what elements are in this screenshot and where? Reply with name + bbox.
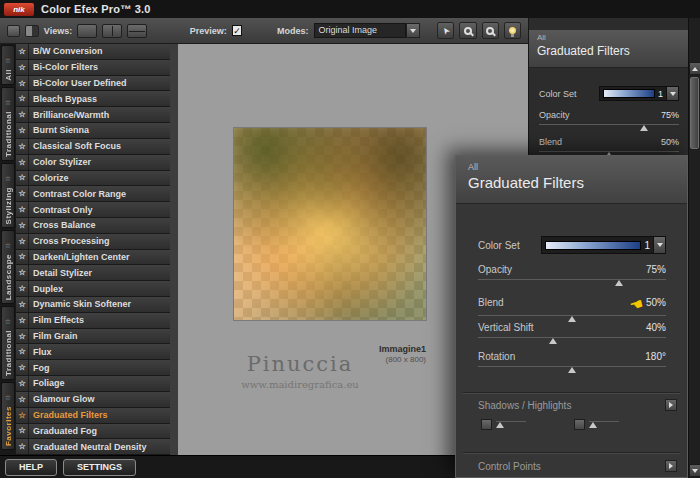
- slider-thumb-icon[interactable]: [589, 422, 597, 428]
- preview-checkbox[interactable]: ✓: [232, 25, 243, 36]
- mini-slider-track[interactable]: [589, 421, 619, 428]
- slider-track[interactable]: [478, 337, 666, 344]
- slider-thumb-icon[interactable]: [549, 338, 557, 344]
- filter-star-icon[interactable]: [16, 91, 29, 106]
- filter-list-item[interactable]: Duplex: [16, 281, 170, 297]
- dropdown-arrow-icon[interactable]: [653, 237, 665, 253]
- slider-track[interactable]: [478, 366, 666, 373]
- category-tab[interactable]: Traditional: [1, 87, 15, 161]
- filter-list-item[interactable]: Graduated Fog: [16, 424, 170, 440]
- filter-list-item[interactable]: B/W Conversion: [16, 44, 170, 60]
- filter-star-icon[interactable]: [16, 218, 29, 233]
- category-tab[interactable]: Favorites: [1, 382, 15, 450]
- filter-list-item[interactable]: Color Stylizer: [16, 155, 170, 171]
- filter-list-item[interactable]: Glamour Glow: [16, 392, 170, 408]
- slider-thumb-icon[interactable]: [568, 367, 576, 373]
- filter-list-item[interactable]: Bleach Bypass: [16, 91, 170, 107]
- color-set-dropdown[interactable]: 1: [541, 236, 666, 254]
- filter-list-item[interactable]: Contrast Only: [16, 202, 170, 218]
- filter-star-icon[interactable]: [16, 139, 29, 154]
- single-thumbnail-icon[interactable]: [7, 25, 20, 37]
- filter-list-item[interactable]: Dynamic Skin Softener: [16, 297, 170, 313]
- filter-list-item[interactable]: Darken/Lighten Center: [16, 250, 170, 266]
- filter-star-icon[interactable]: [16, 360, 29, 375]
- filter-list-item[interactable]: Detail Stylizer: [16, 265, 170, 281]
- mini-button[interactable]: [574, 419, 585, 430]
- filter-list-item[interactable]: Fog: [16, 360, 170, 376]
- filter-list-item[interactable]: Cross Balance: [16, 218, 170, 234]
- filter-list-item[interactable]: Bi-Color Filters: [16, 60, 170, 76]
- slider-thumb-icon[interactable]: [640, 125, 648, 131]
- shadows-slider-widget[interactable]: [481, 419, 526, 430]
- category-tab[interactable]: Traditional: [1, 306, 15, 380]
- zoom-tool-button[interactable]: [459, 22, 476, 39]
- filter-star-icon[interactable]: [16, 408, 29, 423]
- category-tab[interactable]: All: [1, 45, 15, 85]
- filter-star-icon[interactable]: [16, 186, 29, 201]
- filter-list-item[interactable]: Burnt Sienna: [16, 123, 170, 139]
- expand-section-button[interactable]: [665, 460, 677, 472]
- filter-list-item[interactable]: Colorize: [16, 171, 170, 187]
- filter-star-icon[interactable]: [16, 155, 29, 170]
- filter-list-item[interactable]: Bi-Color User Defined: [16, 76, 170, 92]
- dropdown-arrow-icon[interactable]: [406, 23, 420, 38]
- mini-button[interactable]: [481, 419, 492, 430]
- dropdown-arrow-icon[interactable]: [666, 87, 678, 100]
- filter-star-icon[interactable]: [16, 265, 29, 280]
- help-button[interactable]: HELP: [5, 459, 57, 476]
- filter-star-icon[interactable]: [16, 107, 29, 122]
- modes-dropdown[interactable]: Original Image: [314, 23, 420, 38]
- select-tool-button[interactable]: ➤: [437, 22, 454, 39]
- highlights-slider-widget[interactable]: [574, 419, 619, 430]
- slider-track[interactable]: [539, 124, 679, 131]
- slider-thumb-icon[interactable]: [615, 280, 623, 286]
- filter-star-icon[interactable]: [16, 424, 29, 439]
- mini-slider-track[interactable]: [496, 421, 526, 428]
- panel-scrollbar[interactable]: [688, 18, 700, 478]
- split-vertical-view-button[interactable]: [102, 24, 122, 38]
- filter-list-item[interactable]: Film Grain: [16, 329, 170, 345]
- compare-thumbnail-icon[interactable]: [25, 25, 38, 37]
- filter-list-item[interactable]: Contrast Color Range: [16, 186, 170, 202]
- single-view-button[interactable]: [77, 24, 97, 38]
- category-tab[interactable]: Stylizing: [1, 163, 15, 228]
- filter-star-icon[interactable]: [16, 376, 29, 391]
- slider-track[interactable]: [478, 315, 666, 322]
- scrollbar-thumb[interactable]: [690, 77, 699, 149]
- scroll-up-button[interactable]: [689, 62, 700, 75]
- filter-star-icon[interactable]: [16, 313, 29, 328]
- filter-star-icon[interactable]: [16, 44, 29, 59]
- filter-list-item[interactable]: Graduated Neutral Density: [16, 439, 170, 455]
- filter-list-item[interactable]: Brilliance/Warmth: [16, 107, 170, 123]
- filter-star-icon[interactable]: [16, 234, 29, 249]
- preview-image[interactable]: [234, 128, 426, 320]
- split-horizontal-view-button[interactable]: [127, 24, 147, 38]
- pan-tool-button[interactable]: [482, 22, 499, 39]
- filter-star-icon[interactable]: [16, 439, 29, 454]
- filter-star-icon[interactable]: [16, 171, 29, 186]
- filter-star-icon[interactable]: [16, 202, 29, 217]
- settings-button[interactable]: SETTINGS: [63, 459, 136, 476]
- filter-star-icon[interactable]: [16, 344, 29, 359]
- filter-list-item[interactable]: Classical Soft Focus: [16, 139, 170, 155]
- background-color-tool-button[interactable]: [504, 22, 521, 39]
- filter-star-icon[interactable]: [16, 250, 29, 265]
- filter-star-icon[interactable]: [16, 123, 29, 138]
- color-set-dropdown[interactable]: 1: [599, 86, 679, 101]
- scroll-down-button[interactable]: [689, 464, 700, 477]
- filter-list-item[interactable]: Graduated Filters: [16, 408, 170, 424]
- filter-star-icon[interactable]: [16, 392, 29, 407]
- slider-track[interactable]: [478, 279, 666, 286]
- category-tab[interactable]: Landscape: [1, 230, 15, 304]
- filter-star-icon[interactable]: [16, 329, 29, 344]
- slider-thumb-icon[interactable]: [496, 422, 504, 428]
- filter-list-item[interactable]: Film Effects: [16, 313, 170, 329]
- filter-star-icon[interactable]: [16, 297, 29, 312]
- filter-list-item[interactable]: Cross Processing: [16, 234, 170, 250]
- filter-star-icon[interactable]: [16, 60, 29, 75]
- expand-section-button[interactable]: [665, 399, 677, 411]
- filter-list-item[interactable]: Foliage: [16, 376, 170, 392]
- filter-star-icon[interactable]: [16, 281, 29, 296]
- filter-star-icon[interactable]: [16, 76, 29, 91]
- filter-list-item[interactable]: Flux: [16, 344, 170, 360]
